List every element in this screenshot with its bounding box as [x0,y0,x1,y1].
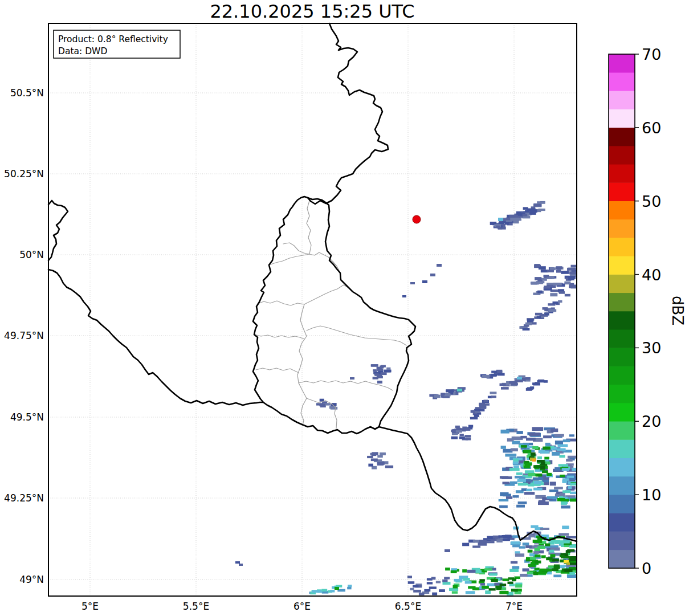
radar-echo-bin [557,448,565,451]
radar-echo-bin [348,585,352,587]
radar-echo-bin [531,452,536,456]
radar-echo-bin [569,271,576,274]
radar-echo-bin [554,565,560,567]
radar-echo-bin [419,593,425,595]
y-axis-labels: 50.5°N50.25°N50°N49.75°N49.5°N49.25°N49°… [4,87,44,585]
radar-echo-bin [559,455,565,458]
radar-echo-bin [566,476,574,478]
radar-echo-bin [472,545,480,548]
y-tick-label: 49°N [19,574,44,585]
radar-echo-bin [500,584,507,586]
y-tick-label: 49.5°N [10,411,44,423]
radar-site-marker [413,215,421,223]
radar-echo-bin [524,492,535,495]
radar-echo-bin [408,581,415,584]
radar-echo-bin [486,541,495,543]
colorbar-segment [609,292,635,311]
radar-echo-bin [545,544,550,546]
radar-echo-bin [463,578,470,581]
radar-echo-bin [547,496,557,499]
radar-echo-bin [410,282,415,284]
radar-echo-bin [377,369,382,371]
colorbar-segment [609,238,635,256]
y-tick-label: 49.25°N [4,492,44,504]
radar-echo-bin [454,579,462,582]
radar-echo-bin [535,568,540,570]
radar-echo-bin [496,539,503,542]
colorbar-segment [609,385,635,403]
radar-echo-bin [501,387,509,390]
radar-echo-bin [519,483,528,486]
radar-echo-bin [566,562,570,565]
radar-echo-bin [386,368,390,370]
colorbar-segment [609,109,635,128]
radar-echo-bin [567,268,576,271]
radar-echo-bin [544,285,550,288]
radar-echo-bin [515,553,524,557]
radar-echo-bin [350,377,354,380]
radar-echo-bin [537,546,545,549]
radar-echo-bin [513,461,519,464]
radar-echo-bin [491,374,497,377]
radar-echo-bin [508,577,515,580]
radar-echo-bin [560,540,570,543]
radar-echo-bin [455,426,460,429]
radar-echo-bin [537,316,541,318]
radar-echo-bin [533,478,544,480]
radar-echo-bin [532,427,544,431]
radar-echo-bin [508,582,513,584]
radar-echo-bin [537,291,543,293]
radar-echo-bin [385,466,393,468]
radar-echo-bin [567,575,576,578]
radar-echo-bin [466,591,475,594]
x-axis-labels: 5°E5.5°E6°E6.5°E7°E [81,601,523,612]
radar-echo-bin [500,476,508,479]
radar-echo-bin [444,577,450,579]
radar-echo-bin [544,457,549,460]
radar-echo-bin [543,307,548,310]
radar-echo-bin [570,483,577,486]
radar-echo-bin [520,574,528,577]
radar-echo-bin [529,433,540,436]
radar-echo-bin [473,540,480,542]
radar-echo-bin [503,539,510,541]
radar-echo-bin [544,275,549,277]
colorbar-segment [609,458,635,476]
radar-echo-bin [312,590,319,593]
radar-echo-bin [560,493,565,495]
radar-echo-bin [517,377,522,380]
radar-echo-bin [498,218,503,221]
radar-echo-bin [533,488,543,491]
radar-echo-bin [537,456,542,459]
radar-echo-bin [509,569,519,572]
radar-echo-bin [552,558,559,561]
radar-echo-bin [517,479,526,482]
radar-echo-bin [528,535,535,538]
radar-echo-bin [436,581,441,583]
radar-echo-bin [509,584,515,586]
y-tick-label: 50.25°N [4,168,44,180]
radar-echo-bin [546,557,552,560]
radar-echo-bin [432,593,437,595]
radar-echo-bin [560,475,565,478]
colorbar-tick-label: 20 [642,413,661,430]
radar-echo-bin [571,265,577,268]
radar-echo-bin [478,542,487,546]
product-info-line2: Data: DWD [58,46,107,56]
colorbar-segment [609,201,635,219]
radar-echo-bin [513,459,519,462]
radar-echo-bin [373,369,377,372]
radar-echo-bin [537,201,545,204]
radar-echo-bin [541,451,549,454]
radar-echo-bin [347,587,351,589]
colorbar-segment [609,513,635,532]
radar-echo-bin [467,570,476,573]
radar-echo-bin [554,434,564,437]
radar-echo-bin [474,409,480,411]
radar-echo-bin [489,588,496,590]
radar-echo-bin [451,436,458,439]
radar-echo-bin [429,586,437,589]
y-tick-label: 50°N [19,249,44,260]
radar-echo-bin [549,550,554,553]
radar-echo-bin [513,466,519,468]
